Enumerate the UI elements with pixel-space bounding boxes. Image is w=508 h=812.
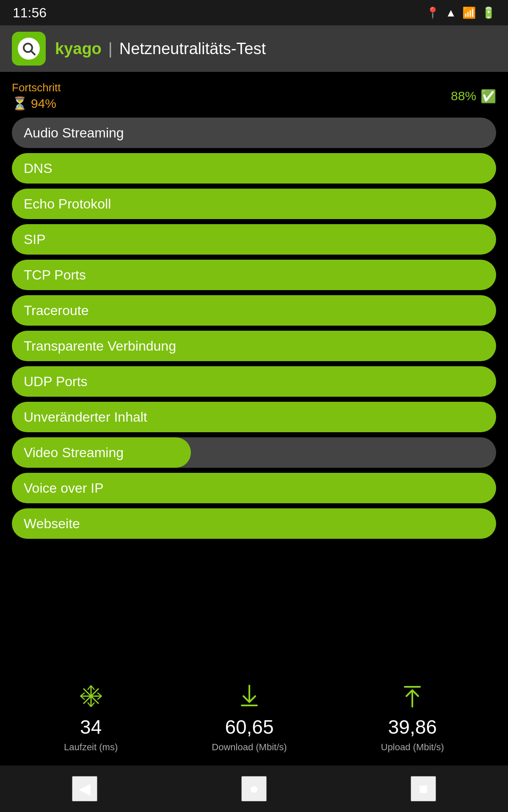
test-item-label-audio-streaming: Audio Streaming xyxy=(24,125,124,141)
test-item-label-sip: SIP xyxy=(24,232,46,247)
bottom-stats: 34 Laufzeit (ms) 60,65 Download (Mbit/s)… xyxy=(0,675,508,761)
test-item-label-tcp-ports: TCP Ports xyxy=(24,267,86,283)
progress-area: Fortschritt ⏳ 94% 88% ✅ xyxy=(0,72,508,115)
svg-line-1 xyxy=(31,51,35,55)
search-logo-icon xyxy=(21,41,36,56)
test-item-webseite[interactable]: Webseite xyxy=(12,508,496,539)
test-item-label-echo-protokoll: Echo Protokoll xyxy=(24,196,111,212)
test-item-dns[interactable]: DNS xyxy=(12,153,496,184)
app-bar: kyago | Netzneutralitäts-Test xyxy=(0,25,508,72)
test-item-label-udp-ports: UDP Ports xyxy=(24,374,88,390)
download-icon xyxy=(237,683,262,712)
progress-right: 88% ✅ xyxy=(451,89,496,104)
test-item-label-video-streaming: Video Streaming xyxy=(24,445,124,461)
upload-icon xyxy=(400,683,425,712)
status-time: 11:56 xyxy=(13,5,47,21)
test-item-label-unveraenderter-inhalt: Unveränderter Inhalt xyxy=(24,409,147,425)
signal-icon: 📶 xyxy=(462,6,476,19)
test-item-label-voice-over-ip: Voice over IP xyxy=(24,480,104,496)
app-divider: | xyxy=(108,40,113,58)
stat-download: 60,65 Download (Mbit/s) xyxy=(212,683,287,753)
upload-label: Upload (Mbit/s) xyxy=(381,742,444,753)
test-item-echo-protokoll[interactable]: Echo Protokoll xyxy=(12,189,496,219)
check-icon: ✅ xyxy=(480,89,496,104)
test-item-label-transparente-verbindung: Transparente Verbindung xyxy=(24,338,176,354)
progress-pct: 94% xyxy=(31,96,56,111)
status-icons: 📍 ▲ 📶 🔋 xyxy=(426,6,495,19)
hourglass-icon: ⏳ xyxy=(12,96,28,111)
app-logo xyxy=(12,32,46,66)
nav-recents-button[interactable]: ■ xyxy=(411,776,436,801)
nav-bar: ◀ ● ■ xyxy=(0,765,508,812)
nav-back-button[interactable]: ◀ xyxy=(72,776,97,801)
battery-icon: 🔋 xyxy=(482,6,495,19)
test-item-label-traceroute: Traceroute xyxy=(24,303,89,318)
test-list: Audio StreamingDNSEcho ProtokollSIPTCP P… xyxy=(0,115,508,541)
test-item-transparente-verbindung[interactable]: Transparente Verbindung xyxy=(12,331,496,361)
stat-upload: 39,86 Upload (Mbit/s) xyxy=(381,683,444,753)
download-value: 60,65 xyxy=(225,716,273,738)
status-bar: 11:56 📍 ▲ 📶 🔋 xyxy=(0,0,508,25)
test-item-sip[interactable]: SIP xyxy=(12,224,496,255)
test-item-udp-ports[interactable]: UDP Ports xyxy=(12,366,496,397)
test-item-video-streaming[interactable]: Video Streaming xyxy=(12,437,496,468)
progress-left: Fortschritt ⏳ 94% xyxy=(12,81,61,111)
wifi-icon: ▲ xyxy=(445,6,456,19)
app-logo-inner xyxy=(18,38,40,60)
stat-laufzeit: 34 Laufzeit (ms) xyxy=(64,683,118,753)
location-icon: 📍 xyxy=(426,6,439,19)
test-item-audio-streaming[interactable]: Audio Streaming xyxy=(12,118,496,148)
test-item-tcp-ports[interactable]: TCP Ports xyxy=(12,260,496,290)
test-item-label-dns: DNS xyxy=(24,161,52,176)
laufzeit-label: Laufzeit (ms) xyxy=(64,742,118,753)
app-title-group: kyago | Netzneutralitäts-Test xyxy=(55,40,266,58)
laufzeit-value: 34 xyxy=(80,716,102,738)
nav-home-button[interactable]: ● xyxy=(241,776,267,801)
app-brand-label: kyago xyxy=(55,40,102,58)
burst-icon xyxy=(78,683,104,712)
app-title-label: Netzneutralitäts-Test xyxy=(119,40,266,58)
test-item-voice-over-ip[interactable]: Voice over IP xyxy=(12,473,496,503)
test-item-traceroute[interactable]: Traceroute xyxy=(12,295,496,326)
progress-value: ⏳ 94% xyxy=(12,96,61,111)
upload-value: 39,86 xyxy=(388,716,437,738)
right-percent: 88% xyxy=(451,89,476,103)
progress-label: Fortschritt xyxy=(12,81,61,94)
download-label: Download (Mbit/s) xyxy=(212,742,287,753)
test-item-label-webseite: Webseite xyxy=(24,516,80,532)
test-item-unveraenderter-inhalt[interactable]: Unveränderter Inhalt xyxy=(12,402,496,432)
